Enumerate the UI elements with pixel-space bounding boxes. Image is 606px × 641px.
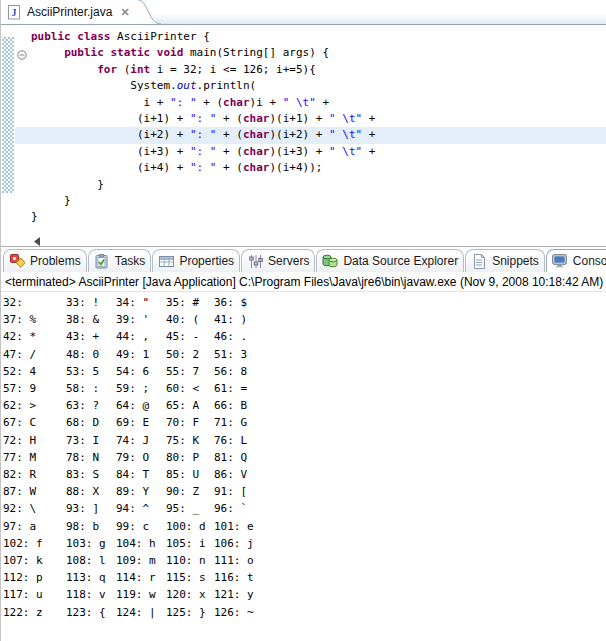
bottom-view-panel: Problems Tasks Properties Servers <box>1 246 606 641</box>
code-line[interactable]: } <box>15 209 606 225</box>
properties-icon <box>158 253 174 269</box>
console-row: 47: /48: 049: 150: 251: 3 <box>3 346 606 363</box>
tab-label: Snippets <box>492 254 539 268</box>
tab-label: Tasks <box>115 254 146 268</box>
tab-curve-decoration <box>135 0 161 25</box>
code-line[interactable]: public class AsciiPrinter { <box>15 29 606 45</box>
console-row: 82: R83: S84: T85: U86: V <box>3 466 606 483</box>
console-row: 72: H73: I74: J75: K76: L <box>3 432 606 449</box>
tab-snippets[interactable]: Snippets <box>465 249 545 272</box>
close-icon[interactable]: ✕ <box>117 7 132 18</box>
console-row: 62: >63: ?64: @65: A66: B <box>3 397 606 414</box>
code-line[interactable]: for (int i = 32; i <= 126; i+=5){ <box>15 62 606 78</box>
tasks-icon <box>94 253 110 269</box>
console-icon <box>552 253 568 269</box>
tab-tasks[interactable]: Tasks <box>88 249 152 272</box>
tab-label: Console <box>573 254 606 268</box>
code-line[interactable]: } <box>15 177 606 193</box>
editor-tab-asciiprinter[interactable]: J AsciiPrinter.java ✕ <box>1 0 135 24</box>
marker-bar-range-indicator <box>2 37 14 193</box>
console-row: 87: W88: X89: Y90: Z91: [ <box>3 483 606 500</box>
tab-label: Servers <box>268 254 309 268</box>
snippets-icon <box>471 253 487 269</box>
console-row: 37: %38: &39: '40: (41: ) <box>3 311 606 328</box>
console-row: 117: u118: v119: w120: x121: y <box>3 586 606 603</box>
console-row: 57: 958: :59: ;60: <61: = <box>3 380 606 397</box>
console-row: 97: a98: b99: c100: d101: e <box>3 518 606 535</box>
console-row: 42: *43: +44: ,45: -46: . <box>3 328 606 345</box>
console-output[interactable]: 32: 33: !34: "35: #36: $37: %38: &39: '4… <box>1 292 606 641</box>
console-row: 112: p113: q114: r115: s116: t <box>3 569 606 586</box>
console-status-line: <terminated> AsciiPrinter [Java Applicat… <box>1 272 606 292</box>
view-tab-bar: Problems Tasks Properties Servers <box>1 247 606 272</box>
code-line[interactable]: System.out.println( <box>15 78 606 94</box>
code-line-highlighted[interactable]: (i+2) + ": " + (char)(i+2) + " \t" + <box>15 127 606 143</box>
code-editor[interactable]: public class AsciiPrinter { public stati… <box>1 25 606 246</box>
tab-console[interactable]: Console ✕ <box>546 249 606 272</box>
console-row: 107: k108: l109: m110: n111: o <box>3 552 606 569</box>
tab-data-source-explorer[interactable]: Data Source Explorer <box>316 249 464 272</box>
editor-tab-bar: J AsciiPrinter.java ✕ <box>1 0 606 25</box>
console-row: 102: f103: g104: h105: i106: j <box>3 535 606 552</box>
code-area[interactable]: public class AsciiPrinter { public stati… <box>15 29 606 226</box>
svg-text:J: J <box>12 7 17 18</box>
code-line[interactable]: (i+3) + ": " + (char)(i+3) + " \t" + <box>15 144 606 160</box>
console-row: 52: 453: 554: 655: 756: 8 <box>3 363 606 380</box>
tab-label: Problems <box>30 254 81 268</box>
java-file-icon: J <box>6 4 22 20</box>
console-row: 77: M78: N79: O80: P81: Q <box>3 449 606 466</box>
console-row: 92: \93: ]94: ^95: _96: ` <box>3 500 606 517</box>
tab-label: Properties <box>179 254 234 268</box>
problems-icon <box>9 253 25 269</box>
tab-properties[interactable]: Properties <box>152 249 240 272</box>
tab-label: Data Source Explorer <box>343 254 458 268</box>
eclipse-window: J AsciiPrinter.java ✕ public class Ascii… <box>0 0 606 641</box>
code-line[interactable]: } <box>15 193 606 209</box>
code-line[interactable]: public static void main(String[] args) { <box>15 45 606 61</box>
tab-servers[interactable]: Servers <box>241 249 315 272</box>
code-line[interactable]: (i+4) + ": " + (char)(i+4)); <box>15 160 606 176</box>
database-icon <box>322 253 338 269</box>
console-row: 122: z123: {124: |125: }126: ~ <box>3 604 606 621</box>
servers-icon <box>247 253 263 269</box>
code-line[interactable]: i + ": " + (char)i + " \t" + <box>15 95 606 111</box>
console-row: 32: 33: !34: "35: #36: $ <box>3 294 606 311</box>
editor-tab-label: AsciiPrinter.java <box>27 5 112 19</box>
tab-problems[interactable]: Problems <box>3 249 87 272</box>
code-line[interactable]: (i+1) + ": " + (char)(i+1) + " \t" + <box>15 111 606 127</box>
console-row: 67: C68: D69: E70: F71: G <box>3 414 606 431</box>
